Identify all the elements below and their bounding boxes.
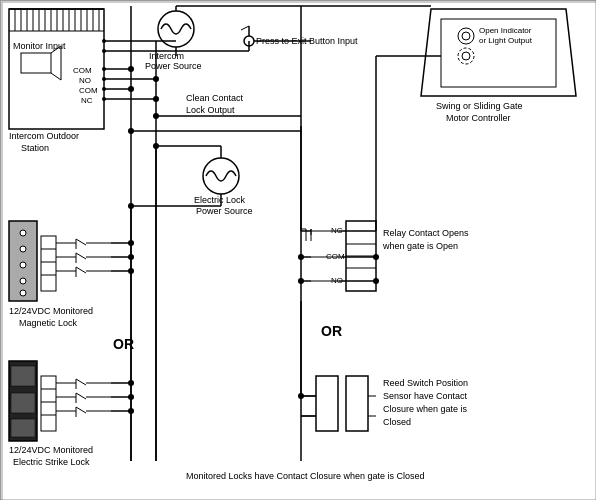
svg-text:Closed: Closed bbox=[383, 417, 411, 427]
svg-text:Power Source: Power Source bbox=[196, 206, 253, 216]
svg-point-77 bbox=[20, 290, 26, 296]
svg-rect-78 bbox=[41, 236, 56, 291]
svg-text:12/24VDC Monitored: 12/24VDC Monitored bbox=[9, 445, 93, 455]
svg-text:Electric Lock: Electric Lock bbox=[194, 195, 246, 205]
svg-rect-163 bbox=[346, 376, 368, 431]
svg-rect-106 bbox=[11, 419, 35, 437]
svg-text:Station: Station bbox=[21, 143, 49, 153]
svg-text:12/24VDC Monitored: 12/24VDC Monitored bbox=[9, 306, 93, 316]
svg-rect-162 bbox=[316, 376, 338, 431]
svg-text:Swing or Sliding Gate: Swing or Sliding Gate bbox=[436, 101, 523, 111]
svg-point-188 bbox=[373, 278, 379, 284]
svg-text:Reed Switch Position: Reed Switch Position bbox=[383, 378, 468, 388]
svg-rect-104 bbox=[11, 366, 35, 386]
svg-point-75 bbox=[20, 262, 26, 268]
wiring-diagram: Monitor Input COM NO COM NC Intercom Out… bbox=[0, 0, 596, 500]
svg-text:Clean Contact: Clean Contact bbox=[186, 93, 244, 103]
svg-point-175 bbox=[298, 254, 304, 260]
svg-text:NO: NO bbox=[79, 76, 91, 85]
svg-text:COM: COM bbox=[79, 86, 98, 95]
svg-point-192 bbox=[128, 128, 134, 134]
svg-text:when gate is Open: when gate is Open bbox=[382, 241, 458, 251]
svg-text:Open Indicator: Open Indicator bbox=[479, 26, 532, 35]
svg-text:OR: OR bbox=[321, 323, 342, 339]
svg-text:or Light Output: or Light Output bbox=[479, 36, 533, 45]
svg-rect-105 bbox=[11, 393, 35, 413]
svg-text:Monitored Locks have Contact C: Monitored Locks have Contact Closure whe… bbox=[186, 471, 425, 481]
svg-text:Electric Strike Lock: Electric Strike Lock bbox=[13, 457, 90, 467]
svg-text:Monitor Input: Monitor Input bbox=[13, 41, 66, 51]
svg-text:COM: COM bbox=[73, 66, 92, 75]
svg-text:Magnetic Lock: Magnetic Lock bbox=[19, 318, 78, 328]
svg-text:Sensor have Contact: Sensor have Contact bbox=[383, 391, 468, 401]
svg-point-133 bbox=[458, 28, 474, 44]
svg-point-186 bbox=[373, 254, 379, 260]
svg-text:Power Source: Power Source bbox=[145, 61, 202, 71]
svg-text:Relay Contact Opens: Relay Contact Opens bbox=[383, 228, 469, 238]
svg-point-190 bbox=[153, 113, 159, 119]
svg-text:Intercom: Intercom bbox=[149, 51, 184, 61]
svg-text:Motor Controller: Motor Controller bbox=[446, 113, 511, 123]
svg-point-177 bbox=[298, 278, 304, 284]
svg-text:Lock Output: Lock Output bbox=[186, 105, 235, 115]
svg-text:Closure when gate is: Closure when gate is bbox=[383, 404, 468, 414]
svg-point-74 bbox=[20, 246, 26, 252]
svg-text:Intercom Outdoor: Intercom Outdoor bbox=[9, 131, 79, 141]
svg-point-76 bbox=[20, 278, 26, 284]
svg-point-63 bbox=[203, 158, 239, 194]
svg-point-73 bbox=[20, 230, 26, 236]
svg-rect-107 bbox=[41, 376, 56, 431]
svg-text:NC: NC bbox=[81, 96, 93, 105]
